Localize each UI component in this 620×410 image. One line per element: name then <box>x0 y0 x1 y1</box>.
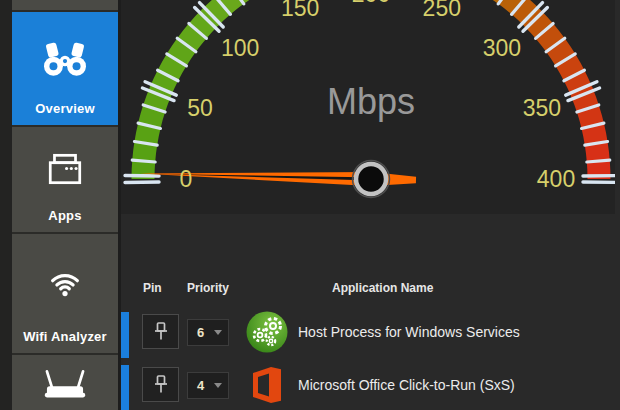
row-accent-bar <box>121 312 129 358</box>
svg-text:150: 150 <box>281 0 319 21</box>
bandwidth-gauge-panel: 050100150200250300350400Mbps <box>121 0 615 214</box>
main-content: 050100150200250300350400Mbps Pin Priorit… <box>118 0 620 410</box>
row-accent-bar <box>121 365 129 410</box>
windows-services-icon <box>244 310 290 354</box>
column-header-priority: Priority <box>187 281 229 295</box>
svg-text:Mbps: Mbps <box>327 81 415 122</box>
speed-gauge: 050100150200250300350400Mbps <box>121 0 615 214</box>
column-header-pin: Pin <box>143 281 162 295</box>
pushpin-icon <box>151 320 171 344</box>
priority-value: 4 <box>197 378 214 393</box>
office-icon <box>244 363 290 407</box>
binoculars-icon <box>12 39 118 81</box>
apps-icon <box>12 152 118 186</box>
table-row: 6 <box>121 306 620 358</box>
caret-down-icon <box>214 330 222 335</box>
pin-button[interactable] <box>142 314 179 349</box>
svg-text:250: 250 <box>423 0 461 21</box>
sidebar-item-apps[interactable]: Apps <box>12 127 118 234</box>
table-row: 4 Microsoft Office Click-to-Run (SxS) <box>121 359 620 410</box>
application-name: Microsoft Office Click-to-Run (SxS) <box>298 359 515 410</box>
sidebar-item-wifi-analyzer[interactable]: Wifi Analyzer <box>12 234 118 355</box>
column-header-application-name: Application Name <box>332 281 433 295</box>
svg-text:350: 350 <box>523 95 561 121</box>
application-name: Host Process for Windows Services <box>298 306 520 358</box>
svg-text:300: 300 <box>483 35 521 61</box>
sidebar-item-overview[interactable]: Overview <box>12 12 118 127</box>
pin-button[interactable] <box>142 367 179 402</box>
sidebar-item-label: Overview <box>12 101 118 116</box>
priority-dropdown[interactable]: 4 <box>187 372 229 399</box>
wifi-icon <box>12 264 118 298</box>
router-icon <box>12 365 118 399</box>
sidebar-tiles: Overview Apps <box>12 0 118 410</box>
sidebar-item-label: Wifi Analyzer <box>12 329 118 344</box>
sidebar-item-label: Apps <box>12 208 118 223</box>
svg-text:0: 0 <box>180 166 193 192</box>
apps-priority-section: Pin Priority Application Name 6 <box>121 214 620 410</box>
svg-text:50: 50 <box>187 95 213 121</box>
priority-dropdown[interactable]: 6 <box>187 319 229 346</box>
caret-down-icon <box>214 383 222 388</box>
svg-text:200: 200 <box>352 0 390 7</box>
sidebar: Overview Apps <box>0 0 118 410</box>
priority-value: 6 <box>197 325 214 340</box>
svg-text:400: 400 <box>537 166 575 192</box>
sidebar-item-partial[interactable] <box>12 0 118 12</box>
sidebar-item-router[interactable] <box>12 355 118 410</box>
svg-text:100: 100 <box>221 35 259 61</box>
pushpin-icon <box>151 373 171 397</box>
